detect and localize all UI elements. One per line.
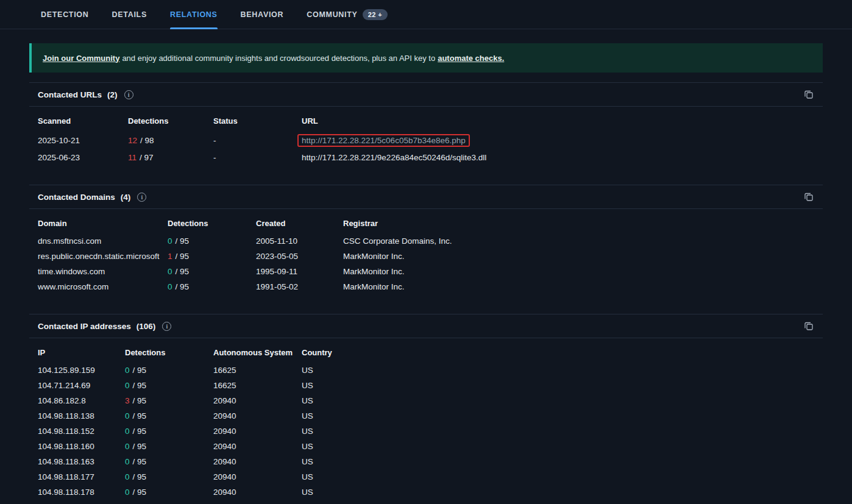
country-cell: US	[302, 411, 814, 421]
detections-cell: 0/ 95	[125, 472, 213, 481]
detection-total: / 95	[133, 366, 147, 375]
asn-cell: 20940	[213, 457, 302, 466]
table-row: 104.98.118.160 0/ 95 20940 US	[38, 439, 814, 454]
copy-button[interactable]	[803, 191, 814, 202]
detection-count: 1	[168, 252, 172, 261]
asn-cell: 20940	[213, 411, 302, 421]
detections-cell: 0/ 95	[125, 366, 213, 375]
registrar-cell: MarkMonitor Inc.	[343, 252, 814, 261]
status-cell: -	[213, 153, 302, 162]
join-community-link[interactable]: Join our Community	[43, 54, 119, 63]
domain-link[interactable]: res.public.onecdn.static.microsoft	[38, 252, 168, 261]
detections-cell: 0/ 95	[168, 267, 256, 276]
tab-relations[interactable]: RELATIONS	[170, 0, 218, 29]
column-header-domain: Domain	[38, 219, 168, 228]
detection-total: / 95	[133, 457, 147, 466]
detections-cell: 11/ 97	[128, 153, 213, 162]
copy-button[interactable]	[803, 89, 814, 100]
table-row: 104.98.118.178 0/ 95 20940 US	[38, 484, 814, 500]
column-header-created: Created	[256, 219, 343, 228]
ip-link[interactable]: 104.98.118.177	[38, 472, 125, 481]
detection-total: / 95	[133, 396, 147, 405]
detection-total: / 95	[176, 236, 190, 246]
created-cell: 1991-05-02	[256, 282, 343, 291]
tab-community[interactable]: COMMUNITY 22 +	[307, 0, 388, 29]
table-row: 131.107.255.255 0/ 95 3598 US	[38, 500, 814, 504]
detections-cell: 0/ 95	[168, 282, 256, 291]
country-cell: US	[302, 442, 814, 451]
ip-link[interactable]: 104.125.89.159	[38, 366, 125, 375]
contacted-domains-header: Contacted Domains (4) i	[29, 185, 823, 209]
ip-link[interactable]: 104.98.118.152	[38, 427, 125, 436]
registrar-cell: CSC Corporate Domains, Inc.	[343, 236, 814, 246]
detection-total: / 95	[133, 427, 147, 436]
banner-text: and enjoy additional community insights …	[122, 54, 435, 63]
tab-bar: DETECTION DETAILS RELATIONS BEHAVIOR COM…	[0, 0, 852, 29]
section-title: Contacted Domains	[38, 193, 115, 202]
info-icon[interactable]: i	[124, 90, 133, 99]
detection-count: 0	[168, 282, 172, 291]
column-header-detections: Detections	[125, 348, 213, 357]
registrar-cell: MarkMonitor Inc.	[343, 282, 814, 291]
automate-checks-link[interactable]: automate checks.	[438, 54, 504, 63]
detection-total: / 95	[176, 267, 190, 276]
url-link-highlighted[interactable]: http://171.22.28.221/5c06c05b7b34e8e6.ph…	[297, 134, 470, 147]
detection-count: 0	[168, 236, 172, 246]
created-cell: 2005-11-10	[256, 236, 343, 246]
detection-count: 11	[128, 153, 137, 162]
detection-count: 0	[125, 457, 130, 466]
country-cell: US	[302, 457, 814, 466]
detection-count: 3	[125, 396, 130, 405]
contacted-urls-section: Contacted URLs (2) i Scanned Detections …	[29, 82, 823, 175]
info-icon[interactable]: i	[137, 193, 146, 202]
column-header-ip: IP	[38, 348, 125, 357]
detection-count: 0	[168, 267, 172, 276]
table-row: 104.98.118.152 0/ 95 20940 US	[38, 424, 814, 439]
tab-details-label: DETAILS	[112, 10, 147, 19]
table-row: time.windows.com 0/ 95 1995-09-11 MarkMo…	[38, 264, 814, 279]
copy-icon	[804, 90, 813, 99]
contacted-ips-header: Contacted IP addresses (106) i	[29, 314, 823, 338]
tab-behavior[interactable]: BEHAVIOR	[241, 0, 284, 29]
column-header-registrar: Registrar	[343, 219, 814, 228]
tab-detection[interactable]: DETECTION	[41, 0, 89, 29]
domain-link[interactable]: time.windows.com	[38, 267, 168, 276]
copy-icon	[804, 193, 813, 201]
asn-cell: 20940	[213, 396, 302, 405]
column-header-asn: Autonomous System	[213, 348, 302, 357]
ip-link[interactable]: 104.98.118.160	[38, 442, 125, 451]
column-header-country: Country	[302, 348, 814, 357]
tab-community-label: COMMUNITY	[307, 10, 357, 19]
detections-cell: 0/ 95	[168, 236, 256, 246]
asn-cell: 20940	[213, 427, 302, 436]
detection-count: 0	[125, 442, 130, 451]
ip-link[interactable]: 104.71.214.69	[38, 381, 125, 390]
table-row: www.microsoft.com 0/ 95 1991-05-02 MarkM…	[38, 279, 814, 294]
detections-cell: 3/ 95	[125, 396, 213, 405]
detections-cell: 12/ 98	[128, 136, 213, 145]
detection-count: 0	[125, 427, 130, 436]
detection-total: / 95	[176, 252, 190, 261]
ip-link[interactable]: 104.86.182.8	[38, 396, 125, 405]
detection-total: / 97	[140, 153, 154, 162]
tab-relations-label: RELATIONS	[170, 10, 218, 19]
url-cell[interactable]: http://171.22.28.221/5c06c05b7b34e8e6.ph…	[302, 134, 814, 147]
domain-link[interactable]: dns.msftncsi.com	[38, 236, 168, 246]
table-row: 104.98.118.177 0/ 95 20940 US	[38, 469, 814, 484]
detections-cell: 0/ 95	[125, 457, 213, 466]
ip-link[interactable]: 104.98.118.163	[38, 457, 125, 466]
detections-cell: 0/ 95	[125, 427, 213, 436]
copy-button[interactable]	[803, 321, 814, 332]
tab-details[interactable]: DETAILS	[112, 0, 147, 29]
detection-total: / 95	[133, 472, 147, 481]
ip-link[interactable]: 104.98.118.178	[38, 488, 125, 497]
contacted-domains-table: Domain Detections Created Registrar dns.…	[29, 209, 823, 304]
table-row: 104.86.182.8 3/ 95 20940 US	[38, 393, 814, 408]
domain-link[interactable]: www.microsoft.com	[38, 282, 168, 291]
url-link[interactable]: http://171.22.28.221/9e226a84ec50246d/sq…	[302, 153, 814, 162]
detection-total: / 95	[133, 488, 147, 497]
ip-link[interactable]: 104.98.118.138	[38, 411, 125, 421]
contacted-ips-section: Contacted IP addresses (106) i IP Detect…	[29, 314, 823, 504]
section-count: (106)	[137, 322, 156, 331]
info-icon[interactable]: i	[162, 322, 171, 331]
